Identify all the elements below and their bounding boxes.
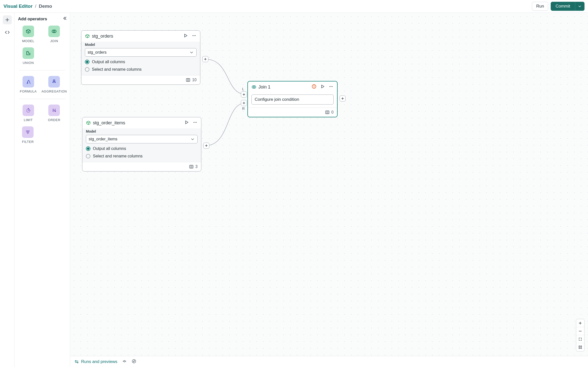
node-join-right-label: R [242, 107, 245, 111]
chevron-down-icon [190, 137, 195, 141]
more-icon [192, 33, 197, 38]
node-orders-header[interactable]: stg_orders [81, 31, 200, 42]
join-icon [251, 84, 256, 89]
sidebar: Add operators MODEL JOIN UNION FORMU [15, 13, 70, 367]
play-icon [183, 33, 188, 38]
cube-icon [23, 26, 34, 37]
zoom-out-button[interactable] [576, 327, 584, 335]
commit-more-button[interactable] [575, 2, 584, 11]
node-items-radio-select[interactable]: Select and rename columns [86, 154, 198, 158]
plus-icon [578, 321, 582, 325]
main: Add operators MODEL JOIN UNION FORMU [0, 13, 588, 367]
node-join-header[interactable]: Join 1 [248, 81, 337, 93]
order-icon [48, 105, 60, 116]
node-items-more[interactable] [193, 120, 198, 126]
op-aggregation[interactable]: AGGREGATION [42, 76, 67, 93]
op-union[interactable]: UNION [18, 47, 39, 65]
zoom-in-button[interactable] [576, 319, 584, 327]
cube-icon [86, 120, 91, 125]
node-items-run[interactable] [184, 120, 189, 126]
node-orders-model-select[interactable]: stg_orders [85, 48, 197, 57]
node-orders-output-port[interactable] [202, 56, 208, 62]
op-model-label: MODEL [22, 39, 34, 43]
breadcrumb-root[interactable]: Visual Editor [4, 4, 33, 9]
compass-icon [131, 359, 136, 364]
join-icon [48, 26, 60, 37]
node-orders-run[interactable] [183, 33, 188, 39]
columns-icon [325, 110, 330, 115]
op-order[interactable]: ORDER [42, 105, 67, 122]
bottom-commit-icon-button[interactable] [122, 359, 127, 365]
commit-button[interactable]: Commit [551, 2, 575, 11]
plus-icon [205, 144, 208, 147]
node-join-output-port[interactable] [340, 96, 346, 102]
cube-icon [85, 34, 90, 39]
op-join[interactable]: JOIN [42, 26, 67, 43]
node-items-model-value: stg_order_items [89, 137, 117, 141]
runs-previews-label: Runs and previews [81, 359, 117, 364]
plus-icon [341, 97, 344, 100]
op-filter[interactable]: FILTER [22, 126, 34, 144]
op-order-label: ORDER [48, 118, 60, 122]
node-orders-title: stg_orders [92, 34, 181, 39]
node-join-alert[interactable] [312, 84, 317, 90]
node-join-left-label: L [242, 87, 244, 91]
node-join-right-port[interactable] [241, 100, 247, 106]
sidebar-collapse-button[interactable] [61, 16, 66, 22]
node-join-condition-input[interactable]: Configure join condition [251, 95, 334, 105]
node-join-left-port[interactable] [241, 91, 247, 98]
limit-icon [23, 105, 34, 116]
node-items-header[interactable]: stg_order_items [82, 117, 201, 128]
node-items-col-count: 3 [195, 164, 198, 169]
op-limit[interactable]: LIMIT [18, 105, 39, 122]
run-button[interactable]: Run [532, 2, 548, 11]
code-icon [5, 30, 10, 35]
node-items-radio-all[interactable]: Output all columns [86, 146, 198, 151]
node-orders-radio-all[interactable]: Output all columns [85, 60, 197, 64]
node-items-output-port[interactable] [203, 143, 209, 149]
rail-code-button[interactable] [3, 28, 12, 37]
formula-icon [23, 76, 34, 87]
node-items-radio-select-label: Select and rename columns [93, 154, 142, 158]
alert-icon [312, 84, 317, 89]
rail-add-button[interactable] [3, 15, 12, 24]
sidebar-title: Add operators [18, 17, 47, 22]
node-join-run[interactable] [320, 84, 325, 90]
op-model[interactable]: MODEL [18, 26, 39, 43]
canvas[interactable]: stg_orders Model stg_orders Output all c… [70, 13, 588, 367]
op-formula-label: FORMULA [20, 89, 37, 93]
node-orders-radio-select[interactable]: Select and rename columns [85, 67, 197, 72]
left-rail [0, 13, 15, 367]
op-union-label: UNION [23, 61, 34, 65]
zoom-grid-button[interactable] [576, 343, 584, 351]
op-filter-row: FILTER [18, 126, 67, 144]
runs-icon [74, 359, 79, 364]
sidebar-header: Add operators [15, 13, 70, 23]
node-stg-order-items[interactable]: stg_order_items Model stg_order_items Ou… [82, 117, 201, 171]
node-join-more[interactable] [329, 84, 334, 90]
union-icon [23, 47, 34, 59]
node-join[interactable]: Join 1 Configure join condition 0 [247, 81, 338, 117]
minus-icon [578, 329, 582, 333]
node-orders-more[interactable] [192, 33, 197, 39]
bottom-compass-icon-button[interactable] [131, 359, 136, 365]
node-orders-footer: 10 [81, 75, 200, 84]
node-orders-radio-select-label: Select and rename columns [92, 67, 141, 72]
palette-divider-1 [19, 70, 65, 70]
zoom-fit-button[interactable] [576, 335, 584, 343]
commit-button-group: Commit [551, 2, 584, 11]
op-formula[interactable]: FORMULA [18, 76, 39, 93]
more-icon [193, 120, 198, 125]
radio-icon [85, 67, 89, 72]
zoom-controls [576, 319, 584, 351]
node-items-model-select[interactable]: stg_order_items [86, 135, 198, 143]
breadcrumb-leaf: Demo [39, 4, 52, 9]
op-filter-label: FILTER [22, 140, 34, 144]
runs-previews-button[interactable]: Runs and previews [74, 359, 117, 364]
node-stg-orders[interactable]: stg_orders Model stg_orders Output all c… [81, 30, 200, 85]
bottom-bar: Runs and previews [70, 356, 588, 367]
radio-icon [86, 154, 90, 158]
radio-icon [85, 60, 89, 64]
node-orders-radio-all-label: Output all columns [92, 60, 125, 64]
node-orders-section-label: Model [85, 43, 197, 47]
